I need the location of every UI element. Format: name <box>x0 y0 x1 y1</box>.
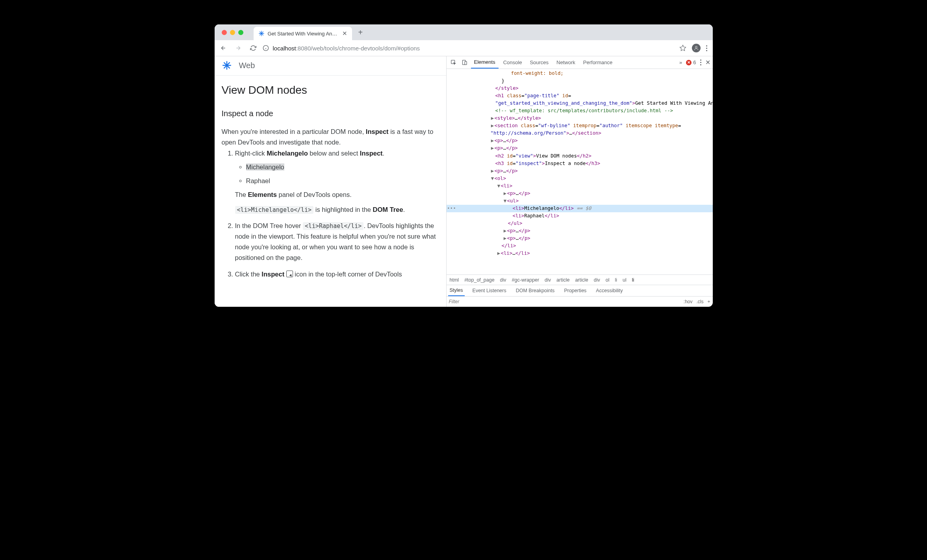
page-h3: Inspect a node <box>222 107 439 120</box>
subtab-properties[interactable]: Properties <box>562 285 588 296</box>
inspect-icon <box>286 271 293 277</box>
subtab-styles[interactable]: Styles <box>448 285 465 296</box>
styles-tabbar: Styles Event Listeners DOM Breakpoints P… <box>447 285 713 297</box>
list-item-michelangelo[interactable]: Michelangelo <box>246 162 439 172</box>
step-3: Click the Inspect icon in the top-left c… <box>235 269 439 280</box>
page-body: View DOM nodes Inspect a node When you'r… <box>215 76 446 291</box>
new-tab-button[interactable]: + <box>358 28 363 37</box>
url-host: localhost <box>273 45 296 52</box>
tab-console[interactable]: Console <box>500 56 525 69</box>
step-1: Right-click Michelangelo below and selec… <box>235 148 439 215</box>
step-2: In the DOM Tree hover <li>Raphael</li>. … <box>235 221 439 263</box>
new-style-rule-button[interactable]: + <box>707 299 710 304</box>
list-item-raphael[interactable]: Raphael <box>246 176 439 186</box>
browser-window: Get Started With Viewing And C ✕ + local… <box>215 24 713 307</box>
devtools-menu[interactable] <box>700 59 701 65</box>
reload-button[interactable] <box>248 43 259 54</box>
window-controls <box>219 30 247 35</box>
tab-strip: Get Started With Viewing And C ✕ + <box>215 24 713 40</box>
browser-tab[interactable]: Get Started With Viewing And C ✕ <box>254 27 352 40</box>
browser-menu[interactable] <box>706 45 707 51</box>
close-window[interactable] <box>222 30 227 35</box>
devtools-tabbar: Elements Console Sources Network Perform… <box>447 56 713 69</box>
star-icon[interactable] <box>679 45 686 52</box>
dom-breadcrumb[interactable]: html #top_of_page div #gc-wrapper div ar… <box>447 274 713 285</box>
back-button[interactable] <box>218 43 229 54</box>
device-toolbar-button[interactable] <box>460 59 469 65</box>
styles-filter-input[interactable] <box>449 299 528 304</box>
fullscreen-window[interactable] <box>238 30 243 35</box>
toolbar-right <box>679 44 707 52</box>
close-tab-icon[interactable]: ✕ <box>342 30 347 37</box>
svg-marker-3 <box>680 45 686 51</box>
url-port: :8080 <box>296 45 311 52</box>
code-sentence: <li>Michelangelo</li> is highlighted in … <box>235 204 439 215</box>
dom-tree[interactable]: font-weight: bold; } </style> <h1 class=… <box>447 69 713 274</box>
address-bar: localhost:8080/web/tools/chrome-devtools… <box>215 40 713 56</box>
devtools-panel: Elements Console Sources Network Perform… <box>446 56 713 307</box>
subtab-eventlisteners[interactable]: Event Listeners <box>471 285 508 296</box>
snowflake-icon <box>222 60 232 70</box>
inspect-element-button[interactable] <box>449 59 458 65</box>
info-icon <box>263 45 269 51</box>
content-area: Web View DOM nodes Inspect a node When y… <box>215 56 713 307</box>
cls-toggle[interactable]: .cls <box>696 299 703 304</box>
elements-sentence: The Elements panel of DevTools opens. <box>235 189 439 200</box>
omnibox[interactable]: localhost:8080/web/tools/chrome-devtools… <box>263 45 675 52</box>
tab-title: Get Started With Viewing And C <box>268 31 339 37</box>
url-path: /web/tools/chrome-devtools/dom/#options <box>311 45 420 52</box>
tab-performance[interactable]: Performance <box>580 56 616 69</box>
forward-button[interactable] <box>233 43 244 54</box>
close-devtools[interactable]: ✕ <box>705 59 710 66</box>
site-label: Web <box>239 61 255 70</box>
page-header: Web <box>215 56 446 76</box>
tab-elements[interactable]: Elements <box>471 56 499 69</box>
webpage: Web View DOM nodes Inspect a node When y… <box>215 56 446 307</box>
subtab-accessibility[interactable]: Accessibility <box>594 285 624 296</box>
intro-paragraph: When you're interested in a particular D… <box>222 126 439 148</box>
page-h2: View DOM nodes <box>222 81 439 99</box>
subtab-dombreakpoints[interactable]: DOM Breakpoints <box>514 285 556 296</box>
profile-button[interactable] <box>692 44 701 52</box>
error-badge[interactable]: ✕6 <box>686 59 696 65</box>
dom-tree-selected-node[interactable]: •••<li>Michelangelo</li> == $0 <box>447 205 713 212</box>
svg-point-4 <box>695 46 697 48</box>
snowflake-icon <box>258 30 265 37</box>
styles-filter-bar: :hov .cls + <box>447 297 713 307</box>
tab-network[interactable]: Network <box>553 56 578 69</box>
tabs-overflow[interactable]: » <box>679 59 682 65</box>
minimize-window[interactable] <box>230 30 235 35</box>
tab-sources[interactable]: Sources <box>527 56 552 69</box>
hov-toggle[interactable]: :hov <box>684 299 693 304</box>
svg-rect-7 <box>465 61 467 65</box>
